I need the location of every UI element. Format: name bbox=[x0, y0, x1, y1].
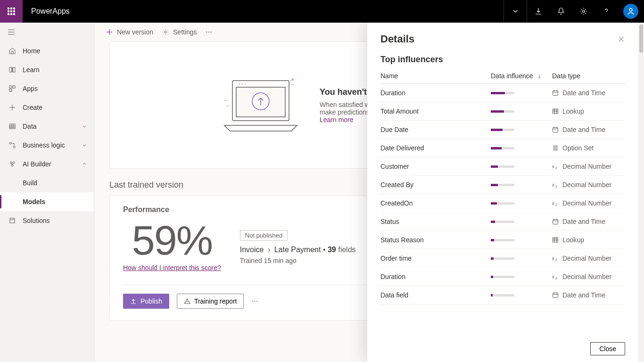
th-type[interactable]: Data type bbox=[552, 72, 625, 80]
row-name: Data field bbox=[380, 291, 491, 299]
row-influence bbox=[491, 294, 552, 296]
home-icon bbox=[8, 47, 17, 55]
svg-point-1 bbox=[629, 8, 632, 11]
nav-collapse-button[interactable] bbox=[0, 23, 94, 41]
new-version-button[interactable]: New version bbox=[106, 28, 153, 36]
performance-score: 59% bbox=[123, 220, 221, 261]
flow-icon bbox=[8, 141, 17, 149]
nav-bizlogic-label: Business logic bbox=[23, 141, 65, 149]
row-name: Customer bbox=[380, 163, 491, 170]
table-row[interactable]: Customerx2Decimal Number bbox=[380, 157, 625, 176]
table-row[interactable]: StatusDate and Time bbox=[380, 213, 625, 231]
settings-button[interactable] bbox=[572, 0, 595, 23]
type-icon bbox=[552, 126, 559, 133]
gear-icon bbox=[162, 28, 169, 36]
svg-text:2: 2 bbox=[555, 185, 557, 188]
table-row[interactable]: CreatedOnx2Decimal Number bbox=[380, 194, 625, 213]
table-row[interactable]: DurationDate and Time bbox=[380, 84, 625, 102]
table-row[interactable]: Due DateDate and Time bbox=[380, 121, 625, 139]
more-commands-button[interactable]: ⋯ bbox=[206, 28, 213, 36]
table-row[interactable]: Date DeliveredOption Set bbox=[380, 139, 625, 157]
topbar: PowerApps bbox=[0, 0, 644, 23]
row-type: Date and Time bbox=[552, 218, 625, 225]
nav-solutions[interactable]: Solutions bbox=[0, 211, 94, 230]
table-row[interactable]: Status ReasonLookup bbox=[380, 231, 625, 249]
nav-apps[interactable]: Apps bbox=[0, 79, 94, 98]
type-icon bbox=[552, 237, 559, 243]
environment-dropdown[interactable] bbox=[504, 0, 527, 23]
more-actions-button[interactable]: ⋯ bbox=[251, 297, 259, 305]
type-icon: x2 bbox=[552, 273, 559, 280]
svg-text:x: x bbox=[552, 164, 554, 169]
solutions-icon bbox=[8, 217, 17, 224]
help-button[interactable] bbox=[595, 0, 618, 23]
row-type: x2Decimal Number bbox=[552, 273, 625, 280]
row-name: Status bbox=[380, 218, 491, 225]
svg-rect-19 bbox=[553, 91, 558, 96]
warning-icon bbox=[184, 298, 190, 304]
new-version-label: New version bbox=[117, 28, 153, 36]
nav-create-label: Create bbox=[23, 104, 42, 111]
type-icon bbox=[552, 90, 559, 96]
svg-point-17 bbox=[245, 83, 246, 85]
account-avatar[interactable] bbox=[623, 4, 638, 19]
svg-text:x: x bbox=[552, 201, 554, 206]
laptop-upload-illustration bbox=[221, 77, 301, 133]
panel-scrollbar[interactable] bbox=[638, 23, 644, 362]
svg-rect-20 bbox=[553, 109, 558, 114]
svg-point-12 bbox=[165, 31, 166, 33]
svg-text:2: 2 bbox=[555, 277, 557, 280]
left-nav: Home Learn Apps Create Data Business log… bbox=[0, 23, 94, 362]
table-row[interactable]: Order timex2Decimal Number bbox=[380, 249, 625, 268]
nav-learn[interactable]: Learn bbox=[0, 60, 94, 79]
row-type: x2Decimal Number bbox=[552, 181, 625, 189]
nav-create[interactable]: Create bbox=[0, 98, 94, 117]
table-row[interactable]: Data fieldDate and Time bbox=[380, 286, 625, 304]
row-type: Date and Time bbox=[552, 126, 625, 133]
plus-icon bbox=[106, 28, 113, 36]
table-row[interactable]: Created Byx2Decimal Number bbox=[380, 176, 625, 194]
svg-rect-21 bbox=[553, 128, 558, 132]
publish-learn-more-link[interactable]: Learn more bbox=[320, 116, 354, 123]
chevron-down-icon bbox=[82, 142, 87, 148]
scrollbar-thumb[interactable] bbox=[639, 25, 643, 53]
th-influence[interactable]: Data influence ↓ bbox=[491, 72, 552, 80]
nav-solutions-label: Solutions bbox=[23, 217, 50, 224]
person-icon bbox=[627, 7, 635, 16]
settings-button[interactable]: Settings bbox=[162, 28, 197, 36]
th-name[interactable]: Name bbox=[380, 72, 491, 80]
type-icon: x2 bbox=[552, 200, 559, 206]
panel-close-footer-button[interactable]: Close bbox=[590, 342, 625, 355]
gear-icon bbox=[579, 7, 588, 16]
nav-ai-builder[interactable]: AI Builder bbox=[0, 155, 94, 173]
nav-models[interactable]: Models bbox=[0, 192, 94, 211]
download-button[interactable] bbox=[527, 0, 550, 23]
nav-build[interactable]: Build bbox=[0, 173, 94, 192]
type-icon: x2 bbox=[552, 255, 559, 262]
row-name: CreatedOn bbox=[380, 199, 491, 207]
svg-rect-2 bbox=[9, 86, 12, 88]
publish-button[interactable]: Publish bbox=[123, 294, 169, 309]
app-launcher-button[interactable] bbox=[0, 0, 23, 23]
table-row[interactable]: Durationx2Decimal Number bbox=[380, 268, 625, 286]
row-influence bbox=[491, 239, 552, 241]
panel-close-button[interactable] bbox=[618, 35, 625, 43]
nav-aibuilder-label: AI Builder bbox=[23, 160, 51, 168]
interpret-score-link[interactable]: How should I interpret this score? bbox=[123, 264, 221, 272]
notifications-button[interactable] bbox=[550, 0, 572, 23]
row-name: Created By bbox=[380, 181, 491, 189]
nav-apps-label: Apps bbox=[23, 85, 38, 92]
nav-home[interactable]: Home bbox=[0, 41, 94, 60]
nav-business-logic[interactable]: Business logic bbox=[0, 136, 94, 155]
row-type: Lookup bbox=[552, 236, 625, 244]
row-name: Order time bbox=[380, 255, 491, 262]
training-report-button[interactable]: Training report bbox=[177, 294, 244, 309]
row-name: Duration bbox=[380, 273, 491, 280]
ai-icon bbox=[8, 160, 17, 168]
nav-data[interactable]: Data bbox=[0, 117, 94, 136]
row-influence bbox=[491, 221, 552, 223]
row-influence bbox=[491, 165, 552, 168]
row-influence bbox=[491, 147, 552, 149]
panel-title: Details bbox=[380, 33, 414, 45]
table-row[interactable]: Total AmountLookup bbox=[380, 102, 625, 121]
